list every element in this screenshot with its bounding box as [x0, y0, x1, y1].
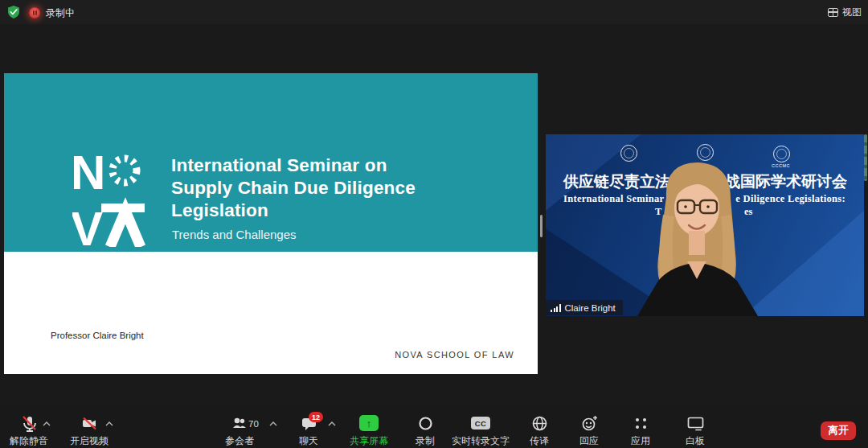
slide-title-line2: Supply Chain Due Diligence [171, 177, 416, 199]
recording-dot-icon [29, 7, 40, 18]
recording-label: 录制中 [46, 6, 75, 20]
view-button[interactable]: 视图 [828, 5, 862, 19]
slide-title-line1: International Seminar on [171, 154, 416, 177]
camera-muted-icon [80, 414, 99, 433]
whiteboard-icon [686, 414, 705, 433]
whiteboard-label: 白板 [661, 434, 729, 448]
whiteboard-button[interactable]: 白板 [661, 413, 729, 448]
security-shield-icon[interactable] [6, 5, 21, 19]
connection-signal-icon [551, 304, 561, 312]
speaker-portrait [616, 158, 777, 316]
chat-unread-badge: 12 [309, 412, 323, 422]
grid-view-icon [828, 8, 838, 17]
participants-button[interactable]: 参会者 [206, 413, 273, 448]
meeting-toolbar: 解除静音 开启视频 参会者 70 [0, 406, 868, 448]
nova-logo-letter-n: N [72, 150, 105, 199]
chat-label: 聊天 [275, 434, 342, 448]
nova-logo-starburst-icon [113, 158, 137, 183]
nova-logo: N V [72, 150, 146, 247]
zoom-meeting-window: 录制中 视图 N V International Seminar on Supp… [0, 0, 868, 448]
speaker-video-tile[interactable]: CCCMC 供应链尽责立法的 战国际学术研讨会 International Se… [546, 134, 864, 316]
slide-title: International Seminar on Supply Chain Du… [171, 154, 416, 222]
gallery-scrollbar[interactable] [864, 134, 867, 181]
participants-icon [231, 414, 249, 433]
meeting-top-bar: 录制中 视图 [0, 0, 868, 24]
mic-muted-icon [20, 414, 39, 433]
slide-scrollbar[interactable] [540, 215, 542, 237]
share-screen-icon: ↑ [359, 415, 379, 431]
nova-logo-letter-a-legs [110, 211, 141, 247]
record-icon [416, 414, 435, 433]
shared-screen-slide: N V International Seminar on Supply Chai… [4, 73, 538, 374]
unmute-button[interactable]: 解除静音 [0, 413, 63, 448]
view-label: 视图 [842, 6, 862, 19]
participant-name: Claire Bright [565, 303, 616, 313]
apps-icon [632, 414, 650, 433]
slide-title-line3: Legislation [171, 199, 416, 222]
participants-label: 参会者 [206, 434, 273, 448]
leave-meeting-button[interactable]: 离开 [821, 421, 856, 440]
start-video-button[interactable]: 开启视频 [55, 413, 123, 448]
nova-logo-letter-v: V [72, 202, 103, 247]
globe-icon [530, 414, 549, 433]
participant-name-tag: Claire Bright [546, 300, 623, 315]
cc-icon: CC [471, 417, 490, 430]
start-video-label: 开启视频 [55, 434, 123, 448]
reaction-icon [580, 414, 599, 433]
video-options-chevron-icon[interactable] [105, 421, 113, 426]
slide-footer: NOVA SCHOOL OF LAW [395, 350, 514, 360]
live-transcript-label: 实时转录文字 [447, 434, 514, 448]
live-transcript-button[interactable]: CC 实时转录文字 [447, 413, 514, 448]
mic-options-chevron-icon[interactable] [43, 421, 51, 426]
participants-count: 70 [248, 419, 259, 429]
slide-presenter: Professor Claire Bright [51, 331, 144, 340]
unmute-label: 解除静音 [0, 434, 63, 448]
slide-subtitle: Trends and Challenges [172, 228, 297, 241]
